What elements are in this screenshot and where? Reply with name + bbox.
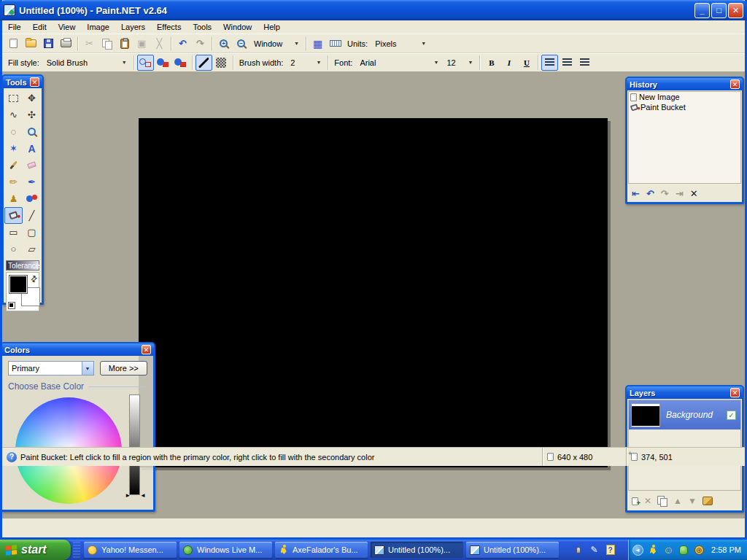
menu-edit[interactable]: Edit	[27, 21, 53, 33]
rulers-toggle-button[interactable]	[327, 36, 344, 52]
tool-rectangle-select[interactable]	[4, 90, 23, 106]
menu-tools[interactable]: Tools	[187, 21, 217, 33]
new-button[interactable]	[5, 36, 22, 52]
history-palette-close-button[interactable]: ✕	[730, 79, 740, 89]
tool-move-selection[interactable]: ✣	[23, 106, 41, 123]
zoom-in-button[interactable]: +	[215, 36, 232, 52]
layers-palette-titlebar[interactable]: Layers ✕	[627, 386, 743, 399]
add-layer-button[interactable]	[632, 497, 638, 505]
globe-tray-icon[interactable]: ⊕	[693, 544, 705, 556]
font-size-dropdown[interactable]: 12 ▼	[443, 55, 476, 70]
colors-palette-titlebar[interactable]: Colors ✕	[2, 343, 154, 356]
print-button[interactable]	[58, 36, 74, 52]
title-bar[interactable]: Untitled (100%) - Paint.NET v2.64 _ □ ✕	[0, 0, 747, 20]
menu-help[interactable]: Help	[258, 21, 286, 33]
align-center-button[interactable]	[559, 55, 576, 71]
minimize-button[interactable]: _	[694, 3, 710, 18]
tool-recolor[interactable]	[23, 190, 41, 207]
tool-ellipse[interactable]: ○	[4, 241, 23, 257]
messenger-pen-icon[interactable]: ✎	[589, 544, 600, 556]
tool-lasso-select[interactable]: ∿	[4, 106, 23, 123]
crop-button[interactable]: ▣	[133, 36, 150, 52]
tool-clone-stamp[interactable]: ♟	[4, 190, 23, 207]
tool-paint-bucket[interactable]	[4, 207, 23, 224]
tool-magic-wand[interactable]: ✶	[4, 140, 23, 157]
history-delete-button[interactable]: ✕	[690, 188, 698, 199]
tolerance-slider[interactable]: Tolerance	[6, 260, 39, 271]
brush-width-dropdown[interactable]: 2 ▼	[287, 55, 325, 70]
value-gradient-bar[interactable]	[129, 394, 140, 495]
units-dropdown[interactable]: Pixels ▼	[371, 36, 430, 51]
smiley-tray-icon[interactable]: ☺	[662, 544, 674, 556]
tool-paintbrush[interactable]	[4, 157, 23, 174]
tool-text[interactable]: A	[23, 140, 41, 157]
tool-rectangle[interactable]: ▭	[4, 224, 23, 241]
history-palette-titlebar[interactable]: History ✕	[627, 78, 743, 90]
align-left-button[interactable]	[541, 55, 558, 71]
taskbar-button-untitled-1[interactable]: Untitled (100%)...	[371, 542, 463, 558]
taskbar-button-untitled-2[interactable]: Untitled (100%)...	[466, 542, 559, 558]
tool-pencil[interactable]: ✏	[4, 174, 23, 190]
history-item-new-image[interactable]: New Image	[629, 92, 740, 102]
help-file-icon[interactable]: ?	[605, 544, 616, 556]
copy-button[interactable]	[98, 36, 115, 52]
aim-runner-icon[interactable]	[647, 544, 659, 556]
redo-button[interactable]: ↷	[192, 36, 209, 52]
tool-ellipse-select[interactable]: ◌	[4, 123, 23, 140]
image-canvas[interactable]	[139, 118, 608, 467]
layers-palette-close-button[interactable]: ✕	[730, 388, 740, 397]
tool-move[interactable]: ✥	[23, 90, 41, 106]
maximize-button[interactable]: □	[711, 3, 727, 18]
shape-both-button[interactable]	[172, 55, 189, 71]
antialias-on-button[interactable]	[196, 55, 212, 71]
fill-style-dropdown[interactable]: Solid Brush ▼	[43, 55, 131, 70]
taskbar-button-windows-live[interactable]: Windows Live M...	[179, 542, 272, 558]
paste-button[interactable]	[116, 36, 133, 52]
history-redo-button[interactable]: ↷	[661, 188, 669, 199]
menu-layers[interactable]: Layers	[115, 21, 151, 33]
color-target-dropdown[interactable]: Primary ▼	[8, 361, 94, 376]
start-button[interactable]: start	[0, 540, 71, 560]
shape-interior-button[interactable]	[155, 55, 171, 71]
bold-button[interactable]: B	[483, 55, 500, 71]
zoom-mode-dropdown[interactable]: Window ▼	[250, 36, 303, 51]
tools-palette-titlebar[interactable]: Tools ✕	[3, 76, 42, 88]
font-name-dropdown[interactable]: Arial ▼	[356, 55, 442, 70]
microphone-icon[interactable]	[573, 544, 584, 556]
open-button[interactable]	[23, 36, 39, 52]
align-right-button[interactable]	[576, 55, 593, 71]
more-button[interactable]: More >>	[100, 361, 147, 376]
save-button[interactable]	[40, 36, 57, 52]
layer-visible-checkbox[interactable]: ✓	[727, 411, 736, 420]
history-rewind-button[interactable]: ⇤	[632, 188, 640, 199]
grid-toggle-button[interactable]: ▦	[309, 36, 326, 52]
history-item-paint-bucket[interactable]: Paint Bucket	[629, 102, 740, 112]
primary-color-swatch[interactable]	[9, 275, 28, 294]
tool-rounded-rectangle[interactable]: ▢	[23, 224, 41, 241]
antialias-off-button[interactable]	[213, 55, 230, 71]
cut-button[interactable]: ✂	[81, 36, 98, 52]
italic-button[interactable]: I	[500, 55, 517, 71]
tool-line-curve[interactable]: ╱	[23, 207, 41, 224]
tool-zoom[interactable]	[23, 123, 41, 140]
menu-file[interactable]: File	[2, 21, 27, 33]
menu-effects[interactable]: Effects	[151, 21, 187, 33]
deselect-button[interactable]: ╳	[151, 36, 168, 52]
zoom-out-button[interactable]: −	[233, 36, 249, 52]
menu-view[interactable]: View	[53, 21, 82, 33]
tool-freeform-shape[interactable]: ▱	[23, 241, 41, 257]
move-layer-down-button[interactable]: ▼	[688, 496, 697, 506]
taskbar-button-yahoo-messenger[interactable]: Yahoo! Messen...	[84, 542, 177, 558]
menu-window[interactable]: Window	[217, 21, 258, 33]
duplicate-layer-button[interactable]	[657, 496, 667, 506]
value-slider-markers[interactable]: ► ◄	[125, 492, 146, 499]
taskbar-button-axefalador[interactable]: AxeFalador's Bu...	[275, 542, 368, 558]
tool-eraser[interactable]	[23, 157, 41, 174]
history-undo-button[interactable]: ↶	[646, 188, 654, 199]
swap-colors-icon[interactable]: ⇄	[28, 273, 40, 285]
tool-color-picker[interactable]: ✒	[23, 174, 41, 190]
move-layer-up-button[interactable]: ▲	[673, 496, 682, 506]
yahoo-tray-icon[interactable]	[678, 544, 689, 556]
delete-layer-button[interactable]: ✕	[644, 496, 651, 506]
undo-button[interactable]: ↶	[174, 36, 191, 52]
